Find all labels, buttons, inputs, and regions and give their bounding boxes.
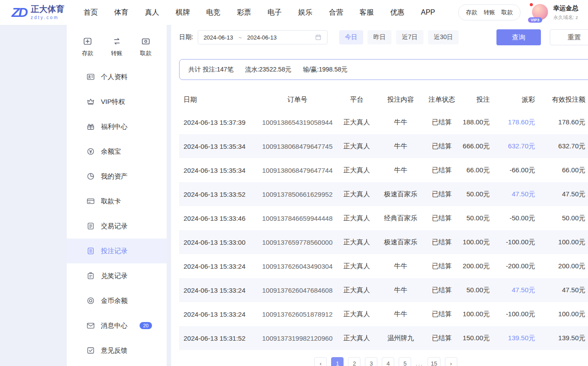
page-button-5[interactable]: 5	[399, 357, 411, 366]
nav-item-9[interactable]: 客服	[360, 8, 374, 17]
username[interactable]: 幸运金总	[553, 4, 588, 12]
sidebar-item-11[interactable]: 意见反馈	[67, 338, 167, 363]
cell-bet-content: 极速百家乐	[376, 182, 426, 206]
wallet-link-0[interactable]: 存款	[466, 8, 477, 16]
nav-item-5[interactable]: 彩票	[237, 8, 251, 17]
gold-coin-icon	[86, 296, 95, 305]
sidebar-item-6[interactable]: 交易记录	[67, 214, 167, 239]
page-button-15[interactable]: 15	[428, 357, 440, 366]
sidebar-item-9[interactable]: 金币余额	[67, 288, 167, 313]
reset-button[interactable]: 重置	[550, 29, 588, 45]
page-button-4[interactable]: 4	[382, 357, 394, 366]
range-button-2[interactable]: 近7日	[396, 30, 424, 44]
summary-total-bets: 共计 投注:147笔	[188, 66, 233, 74]
cell-bet-amount: 50.00元	[458, 278, 497, 302]
date-range-picker[interactable]: 2024-06-13 ~ 2024-06-13	[198, 30, 328, 44]
range-button-1[interactable]: 昨日	[368, 30, 392, 44]
nav-item-2[interactable]: 真人	[145, 8, 159, 17]
sidebar-item-10[interactable]: 消息中心20	[67, 313, 167, 338]
cell-payout: -100.00元	[497, 302, 542, 326]
cell-bet-content: 温州牌九	[376, 326, 426, 350]
profile-icon	[86, 72, 95, 81]
sidebar-item-1[interactable]: VIP特权	[67, 89, 167, 114]
cell-bet-amount: 200.00元	[458, 254, 497, 278]
bet-records-table: 日期订单号平台投注内容注单状态投注派彩有效投注额 2024-06-13 15:3…	[179, 89, 588, 350]
cell-bet-content: 牛牛	[376, 278, 426, 302]
cell-valid-bet: 200.00元	[542, 254, 588, 278]
table-row: 2024-06-13 15:33:241009137626047684608正大…	[179, 278, 588, 302]
cell-status: 已结算	[426, 302, 458, 326]
sidebar-item-8[interactable]: 兑奖记录	[67, 263, 167, 288]
sidebar-item-label: 意见反馈	[101, 346, 128, 355]
user-meta: 幸运金总 永久域名: z	[553, 4, 588, 21]
brand-logo-icon: ZD	[12, 5, 27, 20]
nav-item-7[interactable]: 娱乐	[298, 8, 312, 17]
quick-action-0[interactable]: 存款	[82, 36, 93, 57]
brand-logo[interactable]: ZD 正大体育 zdty.com	[0, 5, 84, 20]
cell-bet-content: 极速百家乐	[376, 230, 426, 254]
query-button[interactable]: 查询	[496, 29, 541, 45]
cell-date: 2024-06-13 15:35:34	[179, 158, 257, 182]
deposit-icon	[83, 36, 92, 46]
withdraw-icon	[141, 36, 151, 46]
page-ellipsis: ...	[416, 360, 423, 366]
cell-bet-amount: 150.00元	[458, 326, 497, 350]
prev-page-button[interactable]: ‹	[314, 357, 327, 366]
quick-action-1[interactable]: 转账	[111, 36, 123, 57]
wallet-link-1[interactable]: 转账	[484, 8, 495, 16]
quick-action-2[interactable]: 取款	[140, 36, 152, 57]
nav-item-0[interactable]: 首页	[84, 8, 98, 17]
quick-actions: 存款转账取款	[67, 36, 167, 57]
sidebar-item-label: 我的资产	[101, 172, 128, 181]
cell-payout: -200.00元	[497, 254, 542, 278]
sidebar-item-7[interactable]: 投注记录	[67, 239, 167, 263]
cell-order-no: 1009137626043490304	[257, 254, 338, 278]
nav-item-1[interactable]: 体育	[114, 8, 128, 17]
nav-item-6[interactable]: 电子	[268, 8, 282, 17]
cell-status: 已结算	[426, 182, 458, 206]
cell-order-no: 1009137850661629952	[257, 182, 338, 206]
cell-platform: 正大真人	[338, 182, 376, 206]
quick-action-label: 存款	[82, 49, 93, 57]
sidebar-item-0[interactable]: 个人资料	[67, 64, 167, 89]
nav-item-8[interactable]: 合营	[329, 8, 343, 17]
nav-item-10[interactable]: 优惠	[390, 8, 404, 17]
sidebar-item-4[interactable]: 我的资产	[67, 164, 167, 189]
cell-status: 已结算	[426, 134, 458, 158]
cell-bet-content: 牛牛	[376, 110, 426, 134]
cell-platform: 正大真人	[338, 230, 376, 254]
nav-item-4[interactable]: 电竞	[206, 8, 220, 17]
column-header-3: 投注内容	[376, 89, 426, 110]
nav-item-3[interactable]: 棋牌	[176, 8, 190, 17]
range-button-3[interactable]: 近30日	[428, 30, 459, 44]
main-content: 日期: 2024-06-13 ~ 2024-06-13 今日昨日近7日近30日 …	[171, 25, 588, 366]
cell-order-no: 1009137319982120960	[257, 326, 338, 350]
cell-bet-content: 牛牛	[376, 158, 426, 182]
sidebar-item-3[interactable]: 余额宝	[67, 139, 167, 164]
nav-item-11[interactable]: APP	[421, 8, 435, 16]
table-row: 2024-06-13 15:35:341009138068479647744正大…	[179, 158, 588, 182]
cell-bet-amount: 666.00元	[458, 134, 497, 158]
sidebar-item-5[interactable]: 取款卡	[67, 189, 167, 214]
column-header-5: 投注	[458, 89, 497, 110]
cell-bet-content: 牛牛	[376, 134, 426, 158]
summary-turnover: 流水:23522.58元	[245, 66, 291, 74]
cell-platform: 正大真人	[338, 206, 376, 230]
sidebar-item-2[interactable]: 福利中心	[67, 114, 167, 139]
cell-status: 已结算	[426, 326, 458, 350]
user-avatar[interactable]: VIP3	[532, 4, 549, 21]
calendar-icon[interactable]	[315, 34, 322, 41]
message-icon	[86, 321, 95, 330]
next-page-button[interactable]: ›	[445, 357, 457, 366]
date-to-value[interactable]: 2024-06-13	[247, 34, 277, 41]
table-row: 2024-06-13 15:33:461009137846659944448正大…	[179, 206, 588, 230]
date-from-value[interactable]: 2024-06-13	[204, 34, 233, 41]
cell-date: 2024-06-13 15:33:46	[179, 206, 257, 230]
page-button-3[interactable]: 3	[365, 357, 377, 366]
range-button-0[interactable]: 今日	[339, 30, 363, 44]
page-button-1[interactable]: 1	[331, 357, 344, 366]
wallet-link-2[interactable]: 取款	[501, 8, 513, 16]
page-button-2[interactable]: 2	[348, 357, 360, 366]
cell-date: 2024-06-13 15:33:52	[179, 182, 257, 206]
table-row: 2024-06-13 15:37:391009138654319058944正大…	[179, 110, 588, 134]
